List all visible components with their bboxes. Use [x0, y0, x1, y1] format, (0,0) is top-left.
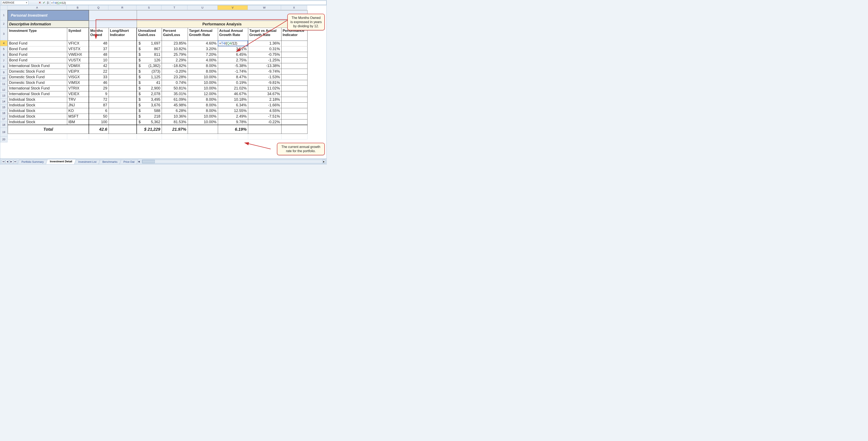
cell-indicator[interactable] [108, 74, 137, 80]
row-header-7[interactable]: 7 [0, 58, 7, 64]
cell-target[interactable]: 10.00% [188, 86, 218, 91]
cell-months[interactable]: 48 [89, 52, 108, 57]
cell-indicator[interactable] [108, 91, 137, 97]
cell-symbol[interactable]: VWEHX [67, 52, 89, 57]
cell-pct[interactable]: 23.28% [162, 74, 188, 80]
title-blank-perf[interactable] [137, 10, 307, 21]
cell-type[interactable]: Individual Stock [8, 97, 67, 102]
cell-indicator[interactable] [108, 69, 137, 74]
cell-months[interactable]: 42 [89, 63, 108, 69]
cell-perf[interactable] [281, 119, 307, 125]
cell-type[interactable]: Domestic Stock Fund [8, 69, 67, 74]
header-V[interactable]: Actual Annual Growth Rate [218, 28, 248, 40]
cell-indicator[interactable] [108, 52, 137, 57]
cell-tva[interactable]: -9.81% [248, 80, 281, 86]
cell-tva[interactable]: 11.02% [248, 86, 281, 91]
row-header-8[interactable]: 8 [0, 64, 7, 69]
total-months[interactable]: 42.6 [89, 125, 108, 134]
cell-months[interactable]: 87 [89, 102, 108, 108]
row-header-18[interactable]: 18 [0, 122, 7, 128]
cell-months[interactable]: 50 [89, 114, 108, 119]
cell-gainloss[interactable]: $588 [137, 108, 162, 114]
cell-perf[interactable] [281, 52, 307, 57]
cell-gainloss[interactable]: $811 [137, 52, 162, 57]
total-blank3[interactable] [248, 125, 281, 134]
empty[interactable] [67, 134, 89, 139]
col-header-V[interactable]: V [218, 5, 248, 10]
cell-symbol[interactable]: VDMIX [67, 63, 89, 69]
tab-nav-prev-icon[interactable]: ◀ [5, 160, 9, 164]
cell-type[interactable]: International Stock Fund [8, 86, 67, 91]
cell-actual[interactable]: 3.51% [218, 46, 248, 52]
row-header-20[interactable]: 20 [0, 137, 7, 142]
cell-target[interactable]: 4.60% [188, 40, 218, 46]
cell-perf[interactable] [281, 86, 307, 91]
total-blank[interactable] [108, 125, 137, 134]
cell-pct[interactable]: 23.85% [162, 40, 188, 46]
cell-symbol[interactable]: VFICX [67, 40, 89, 46]
empty[interactable] [281, 134, 307, 139]
tab-nav-last-icon[interactable]: ⏭ [13, 160, 17, 164]
cell-symbol[interactable]: KO [67, 108, 89, 114]
col-header-A[interactable]: A [7, 5, 67, 10]
cell-tva[interactable]: -0.75% [248, 52, 281, 57]
empty[interactable] [137, 134, 162, 139]
cell-perf[interactable] [281, 80, 307, 86]
sheet-tab-price-dat[interactable]: Price Dat [120, 159, 138, 164]
cell-months[interactable]: 37 [89, 46, 108, 52]
tab-nav-next-icon[interactable]: ▶ [9, 160, 13, 164]
cell-indicator[interactable] [108, 114, 137, 119]
cell-pct[interactable]: 45.98% [162, 102, 188, 108]
cell-actual-editing[interactable]: =T4/(Q4/12) [218, 40, 248, 46]
cell-symbol[interactable]: VEIEX [67, 91, 89, 97]
row-header-13[interactable]: 13 [0, 93, 7, 99]
empty[interactable] [162, 134, 188, 139]
row-header-15[interactable]: 15 [0, 105, 7, 110]
total-pct[interactable]: 21.97% [162, 125, 188, 134]
fx-icon[interactable]: fx [46, 1, 50, 4]
cell-pct[interactable]: 25.79% [162, 52, 188, 57]
cell-months[interactable]: 22 [89, 69, 108, 74]
formula-input[interactable]: =T4/(Q4/12) [50, 1, 327, 5]
header-W[interactable]: Target vs Actual Growth Rate [248, 28, 281, 40]
cell-target[interactable]: 10.00% [188, 80, 218, 86]
col-header-U[interactable]: U [187, 5, 218, 10]
cell-pct[interactable]: 81.53% [162, 119, 188, 125]
cell-type[interactable]: Individual Stock [8, 108, 67, 114]
cell-gainloss[interactable]: $218 [137, 114, 162, 119]
tab-nav-first-icon[interactable]: ⏮ [1, 160, 5, 164]
cell-target[interactable]: 7.20% [188, 52, 218, 57]
header-U[interactable]: Target Annual Growth Rate [188, 28, 218, 40]
cell-tva[interactable]: 4.55% [248, 108, 281, 114]
cell-pct[interactable]: 6.28% [162, 108, 188, 114]
row-header-6[interactable]: 6 [0, 52, 7, 58]
cell-tva[interactable]: -7.51% [248, 114, 281, 119]
cell-symbol[interactable]: VIMSX [67, 80, 89, 86]
total-label[interactable]: Total [8, 125, 89, 134]
cell-gainloss[interactable]: $2,900 [137, 86, 162, 91]
col-header-S[interactable]: S [136, 5, 161, 10]
cell-tva[interactable]: -0.22% [248, 119, 281, 125]
cell-perf[interactable] [281, 69, 307, 74]
cell-gainloss[interactable]: $41 [137, 80, 162, 86]
row-header-9[interactable]: 9 [0, 69, 7, 75]
cell-type[interactable]: International Stock Fund [8, 91, 67, 97]
cell-months[interactable]: 9 [89, 91, 108, 97]
title-blank-q[interactable] [89, 10, 137, 21]
cell-tva[interactable]: -1.66% [248, 102, 281, 108]
cell-target[interactable]: 12.00% [188, 91, 218, 97]
row-header-17[interactable]: 17 [0, 116, 7, 122]
cell-perf[interactable] [281, 57, 307, 63]
row-header-10[interactable]: 10 [0, 75, 7, 81]
cell-pct[interactable]: 2.29% [162, 57, 188, 63]
cell-actual[interactable]: 10.18% [218, 97, 248, 102]
row-header-5[interactable]: 5 [0, 46, 7, 52]
row-header-12[interactable]: 12 [0, 87, 7, 93]
cell-target[interactable]: 10.00% [188, 119, 218, 125]
sheet-tab-investment-detail[interactable]: Investment Detail [46, 159, 76, 164]
cell-indicator[interactable] [108, 46, 137, 52]
header-Q[interactable]: Months Owned [89, 28, 108, 40]
cell-actual[interactable]: 9.78% [218, 119, 248, 125]
total-gl[interactable]: $ 21,229 [137, 125, 162, 134]
cell-perf[interactable] [281, 74, 307, 80]
